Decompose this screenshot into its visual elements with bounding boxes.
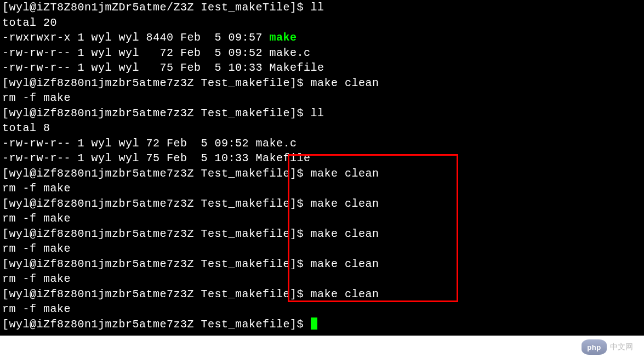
cursor [311, 317, 317, 330]
prompt-line: [wyl@iZf8z80n1jmzbr5atme7z3Z Test_makefi… [2, 226, 642, 242]
ls-line: -rwxrwxr-x 1 wyl wyl 8440 Feb 5 09:57 ma… [2, 30, 642, 46]
output-line: rm -f make [2, 241, 642, 257]
ls-line: -rw-rw-r-- 1 wyl wyl 72 Feb 5 09:52 make… [2, 136, 642, 151]
prompt-line: [wyl@iZf8z80n1jmzbr5atme7z3Z Test_makefi… [2, 257, 642, 272]
prompt-line: [wyl@iZf8z80n1jmzbr5atme7z3Z Test_makefi… [2, 287, 642, 302]
prompt-line: [wyl@iZT8Z80n1jmZDr5atme/Z3Z Iest_makeTi… [2, 0, 642, 15]
prompt-line: [wyl@iZf8z80n1jmzbr5atme7z3Z Test_makefi… [2, 317, 642, 332]
prompt-line: [wyl@iZf8z80n1jmzbr5atme7z3Z Test_makefi… [2, 76, 642, 91]
file-executable: make [270, 31, 297, 44]
prompt-line: [wyl@iZf8z80n1jmzbr5atme7z3Z Test_makefi… [2, 166, 642, 182]
ls-line: -rw-rw-r-- 1 wyl wyl 72 Feb 5 09:52 make… [2, 46, 642, 61]
watermark-logo: php [582, 339, 607, 355]
watermark: php 中文网 [582, 339, 633, 355]
watermark-text: 中文网 [610, 342, 633, 352]
prompt-line: [wyl@iZf8z80n1jmzbr5atme7z3Z Test_makefi… [2, 196, 642, 212]
prompt-line: [wyl@iZf8z80n1jmzbr5atme7z3Z Test_makefi… [2, 106, 642, 121]
ls-line: -rw-rw-r-- 1 wyl wyl 75 Feb 5 10:33 Make… [2, 60, 642, 76]
terminal-window[interactable]: [wyl@iZT8Z80n1jmZDr5atme/Z3Z Iest_makeTi… [0, 0, 644, 336]
output-line: rm -f make [2, 271, 642, 287]
output-line: total 20 [2, 15, 642, 31]
output-line: rm -f make [2, 90, 642, 106]
ls-line: -rw-rw-r-- 1 wyl wyl 75 Feb 5 10:33 Make… [2, 151, 642, 166]
output-line: rm -f make [2, 211, 642, 226]
output-line: rm -f make [2, 181, 642, 196]
output-line: total 8 [2, 121, 642, 136]
output-line: rm -f make [2, 302, 642, 317]
